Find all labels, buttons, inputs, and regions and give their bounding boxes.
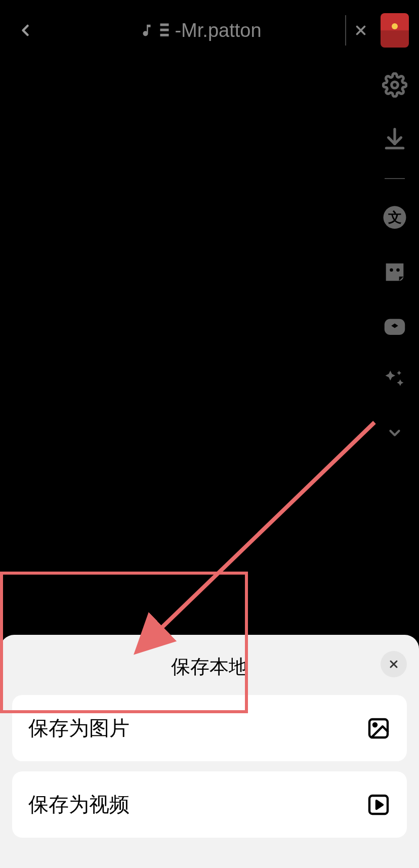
text-bubble-icon: 文 xyxy=(381,205,408,232)
close-icon xyxy=(388,658,400,670)
video-icon xyxy=(366,793,391,817)
text-button[interactable]: 文 xyxy=(381,204,409,233)
save-as-video-item[interactable]: 保存为视频 xyxy=(12,771,407,838)
header-close-button[interactable] xyxy=(345,15,375,46)
sticker-icon xyxy=(382,259,408,285)
music-icon xyxy=(139,23,154,38)
svg-marker-18 xyxy=(376,801,383,809)
divider xyxy=(385,178,405,179)
sparkles-button[interactable] xyxy=(381,365,409,394)
settings-button[interactable] xyxy=(381,71,409,99)
svg-point-5 xyxy=(392,82,398,89)
image-icon xyxy=(366,716,391,741)
header-title: -Mr.patton xyxy=(175,20,261,41)
sheet-header: 保存本地 xyxy=(12,654,407,695)
sheet-close-button[interactable] xyxy=(381,651,407,677)
sparkles-icon xyxy=(382,366,408,393)
camera-sparkle-icon xyxy=(381,312,408,339)
title-area[interactable]: -Mr.patton xyxy=(40,20,335,41)
gear-icon xyxy=(382,72,407,98)
sticker-button[interactable] xyxy=(381,258,409,286)
save-as-image-item[interactable]: 保存为图片 xyxy=(12,695,407,761)
expand-button[interactable] xyxy=(381,419,409,447)
download-icon xyxy=(382,126,407,151)
bottom-sheet: 保存本地 保存为图片 保存为视频 xyxy=(0,635,419,868)
chevron-down-icon xyxy=(386,424,403,442)
sheet-item-label: 保存为视频 xyxy=(28,791,130,818)
close-icon xyxy=(353,23,368,38)
svg-rect-0 xyxy=(160,23,169,26)
header: -Mr.patton xyxy=(0,0,419,61)
sheet-item-label: 保存为图片 xyxy=(28,714,130,742)
svg-text:文: 文 xyxy=(388,210,402,225)
chevron-left-icon xyxy=(16,21,34,39)
svg-rect-1 xyxy=(160,29,169,31)
red-packet-button[interactable] xyxy=(381,13,409,48)
back-button[interactable] xyxy=(10,15,40,46)
download-button[interactable] xyxy=(381,124,409,153)
effects-button[interactable] xyxy=(381,312,409,340)
clip-icon xyxy=(159,22,170,39)
sheet-title: 保存本地 xyxy=(171,654,248,680)
svg-point-11 xyxy=(396,268,400,272)
svg-point-16 xyxy=(373,723,376,726)
svg-line-20 xyxy=(157,422,374,632)
svg-rect-2 xyxy=(160,34,169,36)
svg-point-10 xyxy=(390,268,393,272)
side-toolbar: 文 xyxy=(381,71,409,447)
